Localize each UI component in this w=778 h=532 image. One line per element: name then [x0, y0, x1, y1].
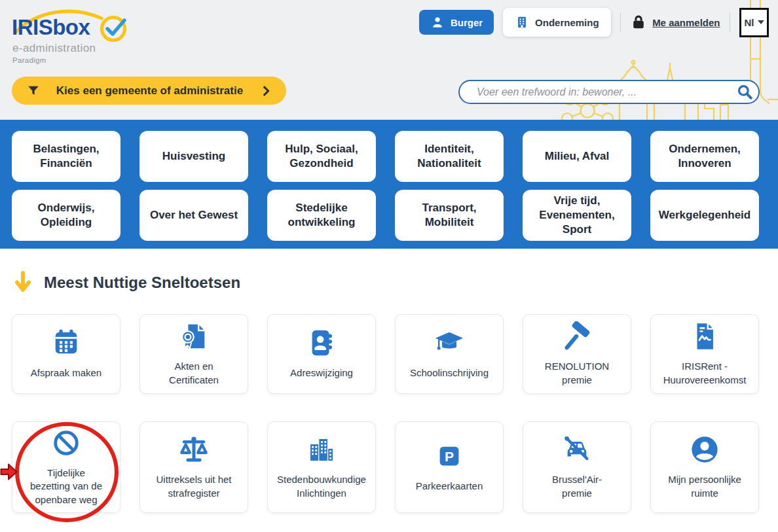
onderneming-button[interactable]: Onderneming [503, 8, 611, 37]
city-buildings-icon [306, 434, 337, 465]
person-icon [430, 15, 445, 29]
shortcut-label: IRISRent - Huurovereenkomst [663, 360, 747, 387]
lock-icon [630, 14, 647, 31]
shortcut-tijdelijke-bezetting-openbare-weg[interactable]: Tijdelijke bezetting van de openbare weg [12, 421, 120, 513]
building-icon [515, 15, 529, 29]
divider [730, 12, 731, 32]
shortcut-label: Parkeerkaarten [416, 480, 483, 493]
account-row: Burger Onderneming Me aanmelden Nl [419, 7, 769, 38]
category-hulp-sociaal-gezondheid[interactable]: Hulp, Sociaal, Gezondheid [267, 131, 376, 182]
shortcut-stedenbouwkundige-inlichtingen[interactable]: Stedenbouwkundige Inlichtingen [267, 421, 376, 513]
down-arrow-icon [14, 271, 31, 294]
rental-contract-icon [690, 321, 720, 351]
shortcut-label: RENOLUTION premie [545, 360, 609, 387]
burger-button[interactable]: Burger [419, 10, 494, 35]
shortcut-schoolinschrijving[interactable]: Schoolinschrijving [395, 314, 504, 394]
category-huisvesting[interactable]: Huisvesting [139, 131, 248, 182]
shortcut-label: Afspraak maken [31, 366, 102, 380]
category-belastingen-financien[interactable]: Belastingen, Financiën [12, 131, 120, 182]
scales-icon [179, 434, 209, 465]
login-label: Me aanmelden [652, 17, 720, 28]
address-book-icon [306, 328, 337, 358]
category-werkgelegenheid[interactable]: Werkgelegenheid [650, 190, 759, 241]
choose-municipality-label: Kies een gemeente of administratie [41, 84, 259, 98]
search-button[interactable] [736, 83, 753, 100]
category-grid: Belastingen, Financiën Huisvesting Hulp,… [12, 131, 778, 241]
category-band: Belastingen, Financiën Huisvesting Hulp,… [0, 120, 778, 249]
car-slash-icon [562, 434, 592, 465]
irisbox-homepage: IRISbox e-administration Paradigm Burger… [0, 0, 778, 532]
category-milieu-afval[interactable]: Milieu, Afval [523, 131, 631, 182]
svg-text:P: P [445, 449, 454, 464]
shortcut-label: Uittreksels uit het strafregister [156, 473, 231, 500]
filter-icon [26, 84, 41, 98]
category-identiteit-nationaliteit[interactable]: Identiteit, Nationaliteit [395, 131, 504, 182]
hammer-icon [562, 321, 592, 351]
category-vrije-tijd-evenementen-sport[interactable]: Vrije tijd, Evenementen, Sport [523, 190, 631, 241]
shortcut-label: Schoolinschrijving [410, 366, 489, 380]
logo-subtitle: e-administration [12, 42, 96, 55]
shortcut-label: Mijn persoonlijke ruimte [668, 473, 741, 500]
shortcut-label: Akten en Certificaten [169, 360, 219, 387]
prohibition-icon [51, 428, 81, 458]
shortcut-label: Stedenbouwkundige Inlichtingen [277, 473, 366, 500]
shortcut-irisrent-huurovereenkomst[interactable]: IRISRent - Huurovereenkomst [650, 314, 759, 394]
shortcut-adreswijziging[interactable]: Adreswijziging [267, 314, 376, 394]
search-bar [458, 80, 760, 104]
shortcut-label: Brussel'Air- premie [552, 473, 602, 500]
onderneming-button-label: Onderneming [535, 17, 599, 28]
shortcut-parkeerkaarten[interactable]: P Parkeerkaarten [395, 421, 504, 513]
shortcut-brussel-air-premie[interactable]: Brussel'Air- premie [523, 421, 631, 513]
shortcut-akten-en-certificaten[interactable]: Akten en Certificaten [139, 314, 248, 394]
search-input[interactable] [458, 80, 760, 104]
shortcuts-grid: Afspraak maken Akten en Certificaten [12, 314, 778, 513]
category-over-het-gewest[interactable]: Over het Gewest [139, 190, 248, 241]
language-selector[interactable]: Nl [739, 8, 769, 37]
language-selected: Nl [745, 17, 754, 28]
choose-municipality-button[interactable]: Kies een gemeente of administratie [12, 77, 286, 105]
certificate-icon [179, 321, 209, 351]
header: IRISbox e-administration Paradigm Burger… [0, 0, 778, 120]
shortcut-uittreksels-strafregister[interactable]: Uittreksels uit het strafregister [139, 421, 248, 513]
category-ondernemen-innoveren[interactable]: Ondernemen, Innoveren [650, 131, 759, 182]
graduation-cap-icon [434, 328, 464, 358]
caret-down-icon [758, 20, 764, 24]
category-transport-mobiliteit[interactable]: Transport, Mobiliteit [395, 190, 504, 241]
person-circle-icon [690, 434, 720, 465]
shortcuts-heading-row: Meest Nuttige Sneltoetsen [14, 271, 778, 294]
shortcuts-section: Meest Nuttige Sneltoetsen Afspraak maken [0, 249, 778, 513]
shortcut-mijn-persoonlijke-ruimte[interactable]: Mijn persoonlijke ruimte [650, 421, 759, 513]
shortcut-renolution-premie[interactable]: RENOLUTION premie [523, 314, 631, 394]
calendar-icon [51, 328, 81, 358]
divider [620, 12, 621, 32]
category-stedelijke-ontwikkeling[interactable]: Stedelijke ontwikkeling [267, 190, 376, 241]
shortcuts-heading: Meest Nuttige Sneltoetsen [44, 274, 240, 292]
chevron-right-icon [259, 84, 273, 98]
shortcut-label: Tijdelijke bezetting van de openbare weg [30, 467, 102, 506]
parking-icon: P [434, 441, 464, 471]
shortcut-label: Adreswijziging [290, 366, 353, 380]
irisbox-logo[interactable]: IRISbox e-administration Paradigm [10, 4, 148, 69]
category-onderwijs-opleiding[interactable]: Onderwijs, Opleiding [12, 190, 120, 241]
logo-title: IRISbox [12, 15, 90, 40]
burger-button-label: Burger [451, 17, 483, 28]
logo-tagline: Paradigm [12, 56, 46, 64]
login-link[interactable]: Me aanmelden [630, 14, 720, 31]
shortcut-afspraak-maken[interactable]: Afspraak maken [12, 314, 120, 394]
search-icon [736, 83, 753, 100]
